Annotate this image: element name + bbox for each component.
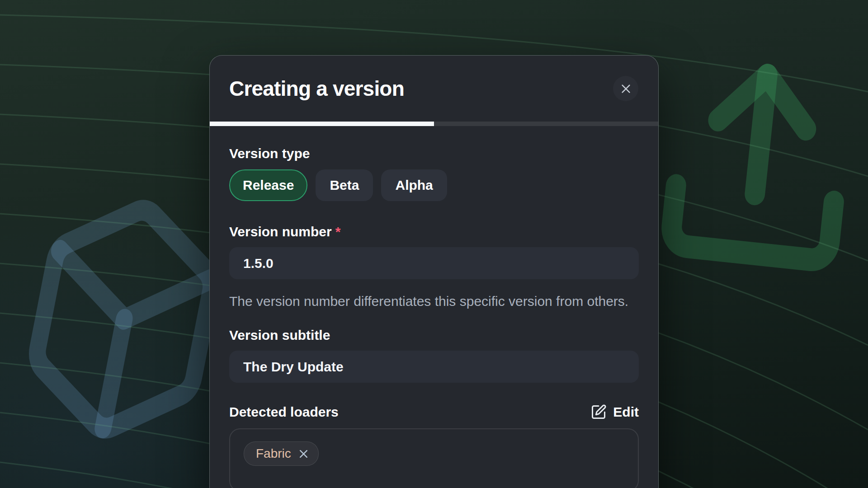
version-subtitle-input[interactable] <box>229 351 639 383</box>
edit-loaders-button[interactable]: Edit <box>590 404 639 420</box>
detected-loaders-box: Fabric <box>229 428 639 488</box>
version-subtitle-label: Version subtitle <box>229 327 639 343</box>
page: { "modal": { "title": "Creating a versio… <box>0 0 868 488</box>
upload-arrow-icon <box>670 67 846 262</box>
version-type-beta-button[interactable]: Beta <box>316 169 373 201</box>
detected-loaders-label: Detected loaders <box>229 404 339 420</box>
version-number-help: The version number differentiates this s… <box>229 291 639 311</box>
close-x-icon <box>620 83 632 95</box>
version-type-label: Version type <box>229 145 639 162</box>
edit-button-label: Edit <box>613 404 639 420</box>
detected-loaders-row: Detected loaders Edit <box>229 403 639 421</box>
cube-wireframe-icon <box>25 196 223 443</box>
loader-chip-fabric: Fabric <box>244 441 319 466</box>
pencil-square-icon <box>590 404 607 420</box>
remove-loader-button[interactable] <box>298 448 309 460</box>
close-button[interactable] <box>613 76 638 101</box>
progress-bar <box>210 122 658 126</box>
modal-title: Creating a version <box>229 76 404 101</box>
create-version-modal: Creating a version Version type Release … <box>209 55 659 488</box>
version-number-input[interactable] <box>229 247 639 279</box>
version-type-options: Release Beta Alpha <box>229 169 639 201</box>
remove-x-icon <box>298 448 309 460</box>
required-asterisk: * <box>335 224 341 239</box>
version-number-label: Version number* <box>229 224 639 240</box>
version-number-label-text: Version number <box>229 224 332 239</box>
modal-body: Version type Release Beta Alpha Version … <box>210 145 658 488</box>
version-type-alpha-button[interactable]: Alpha <box>381 169 447 201</box>
version-type-release-button[interactable]: Release <box>229 169 307 201</box>
modal-header: Creating a version <box>210 56 658 122</box>
loader-chip-label: Fabric <box>256 446 291 461</box>
progress-bar-fill <box>210 122 434 126</box>
